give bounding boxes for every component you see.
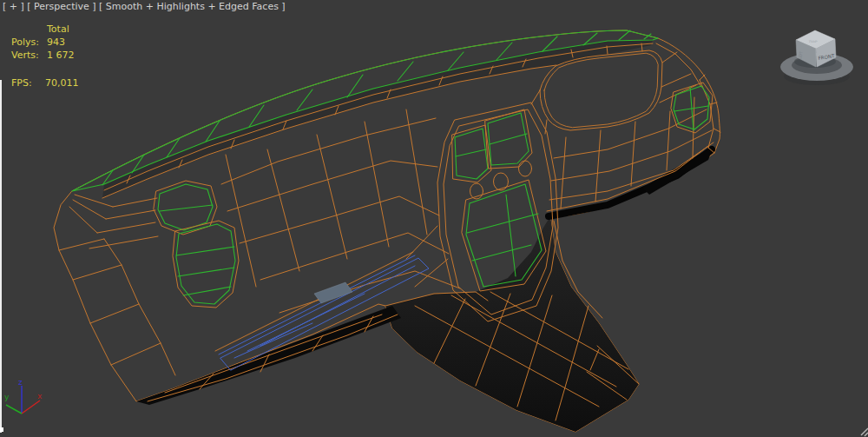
axis-y [6,405,22,414]
viewport-canvas[interactable]: FRONT TOP LEFT z x y [0,0,868,437]
left-vents [154,181,239,308]
axis-gizmo: z x y [4,378,43,414]
cube-top-label: TOP [807,40,819,43]
viewport[interactable]: FRONT TOP LEFT z x y [ + ] [ Perspective… [0,0,868,437]
knob-right [519,161,532,176]
left-edge-divider [0,80,2,433]
axis-x-label: x [37,392,43,401]
axis-y-label: y [4,393,10,401]
side-vent-right [671,83,713,133]
axis-z-label: z [18,378,23,387]
corner-grip[interactable] [861,428,868,436]
axis-x [22,401,40,414]
slot-latch [314,282,352,303]
view-cube[interactable]: FRONT TOP LEFT [780,30,853,85]
left-edge-marker [0,427,3,432]
undercut-shadow2 [642,146,713,195]
knob-middle [494,173,509,190]
dashboard-model[interactable] [54,30,720,432]
